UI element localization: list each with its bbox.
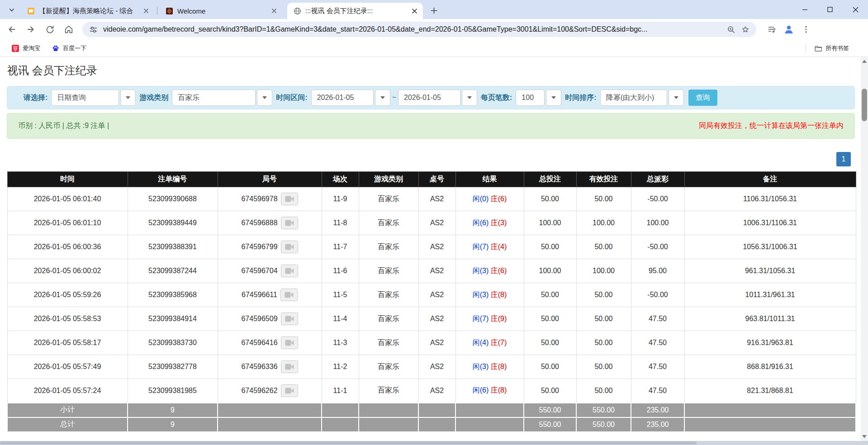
media-controls-icon[interactable]	[764, 22, 779, 37]
tab-close-icon[interactable]	[410, 7, 418, 15]
cell-round-id: 674596978	[218, 187, 322, 211]
tab-close-icon[interactable]	[270, 7, 278, 15]
site-settings-icon[interactable]	[88, 24, 99, 35]
dropdown-arrow-icon[interactable]	[375, 90, 390, 106]
cell-time: 2026-01-05 05:58:17	[7, 331, 128, 355]
cell-session: 11-2	[322, 355, 359, 379]
game-category-value[interactable]: 百家乐	[172, 90, 256, 106]
horizontal-scrollbar[interactable]	[0, 441, 868, 445]
reload-icon[interactable]	[43, 22, 57, 37]
taobao-icon	[12, 45, 19, 52]
table-row: 2026-01-05 06:00:36523099388391674596799…	[7, 235, 856, 259]
cell-result: 闲(7) 庄(4)	[455, 235, 524, 259]
new-tab-button[interactable]	[428, 5, 440, 16]
cell-total-bet[interactable]: 50.00	[524, 379, 576, 403]
cell-note: 916.31/963.81	[684, 331, 856, 355]
date-start-value[interactable]: 2026-01-05	[311, 90, 374, 106]
cell-round-id: 674596416	[218, 331, 322, 355]
dropdown-arrow-icon[interactable]	[257, 90, 272, 106]
video-replay-button[interactable]	[281, 360, 298, 373]
video-replay-button[interactable]	[281, 265, 298, 277]
video-replay-button[interactable]	[281, 312, 298, 325]
video-replay-button[interactable]	[281, 241, 298, 253]
tab-title: Welcome	[177, 7, 266, 15]
cell-valid-bet: 100.00	[576, 211, 631, 235]
video-replay-button[interactable]	[281, 336, 298, 349]
query-type-value[interactable]: 日期查询	[51, 90, 119, 106]
browser-toolbar: videoie.com/game/betrecord_search/kind3?…	[0, 19, 868, 40]
cell-total-bet[interactable]: 100.00	[524, 259, 576, 283]
cell-session: 11-9	[322, 187, 359, 211]
browser-tab-active-bet-records[interactable]: :::视讯 会员下注纪录:::	[287, 3, 423, 19]
round-number: 674596978	[241, 195, 277, 203]
round-number: 674596509	[241, 315, 277, 323]
horizontal-scrollbar-thumb[interactable]	[0, 441, 697, 445]
result-banker: 庄(6)	[491, 267, 507, 275]
cell-valid-bet: 50.00	[576, 331, 631, 355]
vertical-scrollbar[interactable]	[861, 57, 868, 441]
tab-search-chevron-icon[interactable]	[5, 4, 18, 16]
profile-avatar-icon[interactable]	[782, 22, 796, 37]
all-bookmarks[interactable]: 所有书签	[806, 40, 849, 57]
maximize-icon[interactable]	[817, 0, 843, 19]
scroll-up-icon[interactable]	[862, 60, 867, 63]
dropdown-arrow-icon[interactable]	[669, 90, 684, 106]
dropdown-arrow-icon[interactable]	[546, 90, 561, 106]
game-category-select[interactable]: 百家乐	[172, 90, 272, 106]
cell-total-bet[interactable]: 50.00	[524, 187, 576, 211]
subtotal-row: 小计9550.00550.00235.00	[7, 403, 856, 417]
cell-total-bet[interactable]: 50.00	[524, 283, 576, 307]
cell-total-bet[interactable]: 50.00	[524, 331, 576, 355]
date-end-select[interactable]: 2026-01-05	[398, 90, 477, 106]
browser-tab-welcome[interactable]: Welcome	[159, 3, 283, 19]
time-sort-value[interactable]: 降幂(由大到小)	[600, 90, 667, 106]
page-size-value[interactable]: 100	[516, 90, 545, 106]
minimize-icon[interactable]	[792, 0, 817, 19]
scrollbar-thumb[interactable]	[862, 89, 867, 121]
cell-game-category: 百家乐	[359, 187, 418, 211]
forward-icon[interactable]	[24, 22, 38, 37]
video-replay-button[interactable]	[281, 193, 298, 205]
search-button[interactable]: 查询	[688, 90, 717, 106]
bookmark-star-icon[interactable]	[740, 24, 751, 35]
cell-game-category: 百家乐	[359, 211, 418, 235]
round-number: 674596611	[242, 291, 277, 299]
cell-total-bet[interactable]: 50.00	[524, 307, 576, 331]
scroll-down-icon[interactable]	[862, 435, 867, 438]
bookmark-baidu[interactable]: 百度一下	[52, 44, 86, 52]
cell-payout: 47.50	[631, 355, 684, 379]
date-start-select[interactable]: 2026-01-05	[311, 90, 390, 106]
column-header: 注单编号	[128, 172, 218, 187]
video-replay-button[interactable]	[280, 289, 298, 301]
cell-total-bet[interactable]: 50.00	[524, 235, 576, 259]
pagination-page-1[interactable]: 1	[836, 152, 851, 166]
zoom-icon[interactable]	[726, 24, 736, 35]
query-type-select[interactable]: 日期查询	[51, 90, 136, 106]
cell-result: 闲(0) 庄(6)	[455, 187, 524, 211]
date-end-value[interactable]: 2026-01-05	[398, 90, 460, 106]
video-replay-button[interactable]	[281, 217, 298, 229]
page-size-select[interactable]: 100	[516, 90, 561, 106]
result-player: 闲(3)	[473, 291, 489, 298]
menu-dots-icon[interactable]	[799, 22, 813, 37]
home-icon[interactable]	[62, 22, 76, 37]
dropdown-arrow-icon[interactable]	[462, 90, 477, 106]
back-icon[interactable]	[5, 22, 19, 37]
url-text[interactable]: videoie.com/game/betrecord_search/kind3?…	[103, 25, 726, 33]
footer-empty	[684, 403, 856, 417]
video-replay-button[interactable]	[281, 384, 298, 397]
address-bar[interactable]: videoie.com/game/betrecord_search/kind3?…	[82, 22, 756, 37]
browser-tab-forum[interactable]: 【新提醒】海燕策略论坛 - 综合	[21, 3, 155, 19]
time-sort-select[interactable]: 降幂(由大到小)	[600, 90, 684, 106]
dropdown-arrow-icon[interactable]	[120, 90, 136, 106]
table-header-row: 时间注单编号局号场次游戏类别桌号结果总投注有效投注总派彩备注	[7, 172, 856, 187]
summary-currency-count: 币别 : 人民币 | 总共 :9 注单 |	[18, 121, 109, 131]
cell-bet-id: 523099382778	[128, 355, 218, 379]
game-category-label: 游戏类别	[139, 93, 168, 103]
cell-table-id: AS2	[418, 307, 455, 331]
cell-total-bet[interactable]: 50.00	[524, 355, 576, 379]
tab-close-icon[interactable]	[142, 7, 150, 15]
bookmark-taobao[interactable]: 爱淘宝	[12, 44, 40, 52]
cell-total-bet[interactable]: 100.00	[524, 211, 576, 235]
close-icon[interactable]	[843, 0, 868, 19]
